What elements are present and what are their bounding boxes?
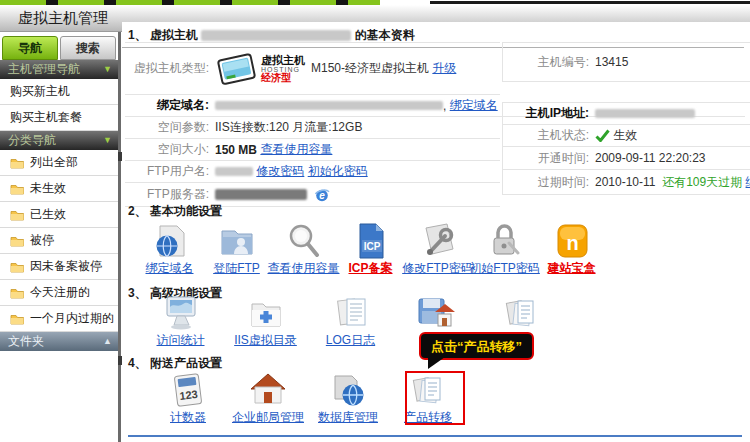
feature-init-ftp-password[interactable]: 初始FTP密码 [471, 223, 538, 277]
hosting-logo-text: 虚拟主机 HOSTING 经济型 [261, 55, 305, 83]
sidebar-item-buy-new-host[interactable]: 购买新主机 [0, 79, 118, 105]
bind-domain-link[interactable]: 绑定域名 [450, 97, 498, 114]
page-title-text: 虚拟主机管理 [18, 9, 108, 26]
monitor-stats-icon [161, 295, 201, 331]
expire-time-row: 过期时间: 2010-10-11 还有109天过期 续费 [502, 170, 750, 195]
feature-counter[interactable]: 123 计数器 [148, 372, 228, 426]
wrench-page-icon [418, 223, 458, 259]
redacted-ftp-server [215, 189, 307, 200]
documents-icon [501, 295, 541, 331]
sidebar-section-host-manage[interactable]: 主机管理导航 ▼ [0, 60, 118, 79]
splitter-handle[interactable] [118, 152, 122, 161]
log-document-icon [331, 295, 371, 331]
main-content: 1、 虚拟主机 的基本资料 虚拟主机类型: 虚拟主机 HOSTING [122, 22, 750, 442]
counter-123-icon: 123 [168, 372, 208, 408]
host-status-row: 主机状态: 生效 [502, 125, 750, 147]
sidebar: 导航 搜索 主机管理导航 ▼ 购买新主机 购买主机套餐 分类导航 ▼ 列出全部 … [0, 32, 121, 442]
feature-database-manage[interactable]: 数据库管理 [308, 372, 388, 426]
chevron-down-icon: ▼ [103, 60, 112, 79]
feature-log[interactable]: LOG日志 [308, 295, 393, 349]
redacted-host-name [201, 30, 351, 41]
svg-text:123: 123 [179, 388, 199, 402]
section2-heading: 2、 基本功能设置 [128, 203, 222, 220]
folder-icon [10, 287, 25, 299]
chevron-up-icon: ▲ [103, 332, 112, 351]
space-size-row: 空间大小: 150 MB 查看使用容量 [125, 139, 500, 161]
internet-explorer-icon[interactable]: e [314, 187, 330, 203]
upgrade-link[interactable]: 升级 [432, 60, 456, 77]
folder-plus-icon [246, 295, 286, 331]
sidebar-item-active[interactable]: 已生效 [0, 202, 118, 228]
globe-document-icon [150, 223, 190, 259]
sidebar-section-category[interactable]: 分类导航 ▼ [0, 131, 118, 150]
tab-navigation[interactable]: 导航 [2, 36, 58, 60]
feature-login-ftp[interactable]: 登陆FTP [203, 223, 270, 277]
folder-icon [10, 157, 25, 169]
svg-text:e: e [319, 190, 325, 201]
section-title: 主机管理导航 [8, 60, 80, 79]
sidebar-item-registered-today[interactable]: 今天注册的 [0, 280, 118, 306]
host-type-logo: 虚拟主机 HOSTING 经济型 [215, 48, 305, 90]
feature-visit-stats[interactable]: 访问统计 [138, 295, 223, 349]
feature-view-usage[interactable]: 查看使用容量 [270, 223, 337, 277]
host-type-row: 虚拟主机类型: 虚拟主机 HOSTING 经济型 M150-经济型虚拟主机 [125, 42, 500, 95]
ftp-user-row: FTP用户名: 修改密码 初始化密码 [125, 161, 500, 183]
sidebar-item-expiring-in-month[interactable]: 一个月内过期的 [0, 306, 118, 332]
ftp-folder-icon [217, 223, 257, 259]
init-password-link[interactable]: 初始化密码 [308, 163, 368, 180]
host-id-row: 主机编号: 13415 [502, 42, 750, 82]
splitter-handle[interactable] [118, 356, 122, 365]
feature-site-builder-box[interactable]: n 建站宝盒 [538, 223, 605, 277]
space-params-row: 空间参数: IIS连接数:120 月流量:12GB [125, 117, 500, 139]
folder-icon [10, 261, 25, 273]
house-mail-icon [248, 372, 288, 408]
virtual-host-manager-window: 虚拟主机管理 导航 搜索 主机管理导航 ▼ 购买新主机 购买主机套餐 分类导航 … [0, 0, 750, 442]
host-ip-row: 主机IP地址: [502, 102, 750, 125]
magnifier-icon [284, 223, 324, 259]
feature-iis-virtual-dir[interactable]: IIS虚拟目录 [223, 295, 308, 349]
folder-icon [10, 183, 25, 195]
highlight-box-product-transfer [405, 371, 465, 425]
redacted-host-ip [595, 109, 695, 118]
folder-icon [10, 313, 25, 325]
sidebar-item-buy-host-plan[interactable]: 购买主机套餐 [0, 105, 118, 131]
sidebar-item-not-active[interactable]: 未生效 [0, 176, 118, 202]
folder-icon [10, 209, 25, 221]
disk-house-icon [416, 295, 456, 331]
icp-document-icon: ICP [351, 223, 391, 259]
feature-enterprise-mail[interactable]: 企业邮局管理 [228, 372, 308, 426]
sidebar-item-list-all[interactable]: 列出全部 [0, 150, 118, 176]
database-globe-icon [328, 372, 368, 408]
open-time-row: 开通时间: 2009-09-11 22:20:23 [502, 147, 750, 170]
redacted-ftp-user [215, 167, 253, 176]
folder-icon [10, 235, 25, 247]
padlock-icon [485, 223, 525, 259]
sidebar-section-folders[interactable]: 文件夹 ▲ [0, 332, 118, 351]
svg-text:ICP: ICP [363, 241, 380, 252]
sidebar-tabs: 导航 搜索 [0, 32, 118, 60]
section4-heading: 4、 附送产品设置 [128, 355, 222, 372]
bottom-divider [128, 435, 742, 437]
chevron-down-icon: ▼ [103, 131, 112, 150]
svg-text:n: n [566, 232, 578, 254]
feature-change-ftp-password[interactable]: 修改FTP密码 [404, 223, 471, 277]
hosting-monitor-icon [215, 48, 259, 90]
renew-link[interactable]: 续费 [746, 174, 750, 191]
change-password-link[interactable]: 修改密码 [256, 163, 304, 180]
view-usage-link[interactable]: 查看使用容量 [260, 141, 332, 158]
menu-dark-strip [430, 1, 750, 4]
feature-icp-record[interactable]: ICP ICP备案 [337, 223, 404, 277]
sidebar-item-stopped-no-icp[interactable]: 因未备案被停 [0, 254, 118, 280]
section-title: 分类导航 [8, 131, 56, 150]
tab-search[interactable]: 搜索 [60, 36, 116, 60]
green-check-icon [595, 129, 610, 142]
section-title: 文件夹 [8, 332, 44, 351]
redacted-domain [215, 101, 443, 110]
sidebar-item-stopped[interactable]: 被停 [0, 228, 118, 254]
callout-tooltip: 点击“产品转移” [419, 332, 534, 360]
basic-features-icons: 绑定域名 登陆FTP 查看使用容量 [136, 223, 605, 277]
feature-bind-domain[interactable]: 绑定域名 [136, 223, 203, 277]
orange-n-box-icon: n [552, 223, 592, 259]
